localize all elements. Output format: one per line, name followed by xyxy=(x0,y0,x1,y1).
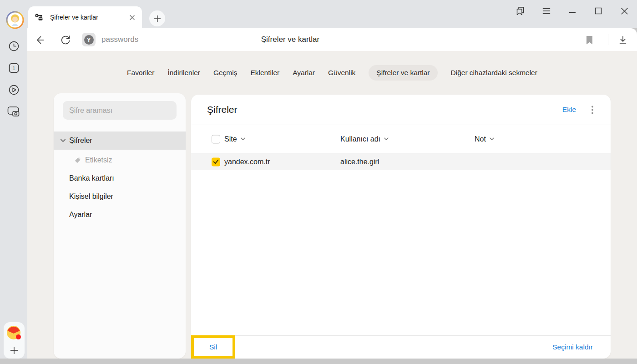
row-site: yandex.com.tr xyxy=(224,158,270,166)
sidebar-item-etiketsiz[interactable]: Etiketsiz xyxy=(54,151,186,169)
column-note-label: Not xyxy=(475,135,486,143)
row-checkbox-checked[interactable] xyxy=(212,157,220,166)
checkmark-icon xyxy=(212,159,219,165)
tab-strip: Şifreler ve kartlar xyxy=(27,0,637,28)
yandex-favicon: Y xyxy=(84,35,94,45)
nav-tab-sifreler-ve-kartlar[interactable]: Şifreler ve kartlar xyxy=(369,65,437,81)
yandex-logo[interactable] xyxy=(6,325,22,341)
nav-tab-favoriler[interactable]: Favoriler xyxy=(127,69,154,77)
sidebar-item-sifreler[interactable]: Şifreler xyxy=(54,131,186,150)
window-bottom-edge xyxy=(0,359,637,364)
bookmark-icon[interactable] xyxy=(583,34,595,46)
sort-chevron-icon xyxy=(384,137,389,141)
column-username[interactable]: Kullanıcı adı xyxy=(340,135,389,143)
column-note[interactable]: Not xyxy=(475,135,494,143)
site-favicon-badge: Y xyxy=(82,33,96,46)
rail-bottom-dock xyxy=(4,322,25,359)
sidebar-item-banka-kartlari[interactable]: Banka kartları xyxy=(54,169,186,187)
refresh-icon[interactable] xyxy=(60,34,71,46)
browser-window: 1 xyxy=(0,0,637,364)
sidebar-item-label: Şifreler xyxy=(69,136,92,145)
sidebar-item-label: Kişisel bilgiler xyxy=(69,192,113,201)
nav-tab-ayarlar[interactable]: Ayarlar xyxy=(293,69,315,77)
passwords-panel: Şifreler Ekle Site Kullanıcı adı xyxy=(191,95,611,359)
column-username-label: Kullanıcı adı xyxy=(340,135,380,143)
tab-count-icon[interactable]: 1 xyxy=(7,61,20,75)
url-text[interactable]: passwords xyxy=(101,28,138,51)
sort-chevron-icon xyxy=(241,137,245,141)
table-header: Site Kullanıcı adı Not xyxy=(191,125,611,153)
password-row[interactable]: yandex.com.tr alice.the.girl xyxy=(191,153,611,170)
close-button[interactable] xyxy=(619,5,630,16)
tab-title: Şifreler ve kartlar xyxy=(50,14,127,21)
sidebar-item-label: Ayarlar xyxy=(69,211,92,219)
left-rail: 1 xyxy=(0,0,27,359)
history-icon[interactable] xyxy=(7,39,20,53)
passwords-key-icon xyxy=(35,13,43,21)
tab-close-icon[interactable] xyxy=(127,13,136,22)
nav-tab-indirilenler[interactable]: İndirilenler xyxy=(167,69,200,77)
screenshot-icon[interactable] xyxy=(7,105,20,118)
passwords-sidebar: Şifreler Etiketsiz Banka kartları Kişise… xyxy=(54,93,186,359)
select-all-checkbox[interactable] xyxy=(212,135,220,143)
page-content: Favoriler İndirilenler Geçmiş Eklentiler… xyxy=(27,51,637,359)
window-controls xyxy=(515,0,630,22)
page-title: Şifreler ve kartlar xyxy=(261,28,319,51)
sidebar-tree: Şifreler Etiketsiz Banka kartları Kişise… xyxy=(54,131,186,224)
sort-chevron-icon xyxy=(490,137,494,141)
new-tab-button[interactable] xyxy=(149,10,165,26)
panel-header: Şifreler Ekle xyxy=(191,95,611,125)
row-username: alice.the.girl xyxy=(340,158,379,166)
panel-footer: Sil Seçimi kaldır xyxy=(191,335,611,359)
browser-tab-passwords[interactable]: Şifreler ve kartlar xyxy=(28,6,142,28)
minimize-button[interactable] xyxy=(567,5,578,16)
address-bar: Y passwords Şifreler ve kartlar xyxy=(27,28,637,51)
column-site[interactable]: Site xyxy=(224,135,245,143)
more-options-icon[interactable] xyxy=(589,105,596,114)
chevron-down-icon xyxy=(61,139,66,142)
sidebar-item-label: Banka kartları xyxy=(69,174,114,182)
nav-tab-eklentiler[interactable]: Eklentiler xyxy=(250,69,279,77)
back-icon[interactable] xyxy=(34,34,46,46)
password-search-input[interactable] xyxy=(69,106,170,115)
sidebar-item-label: Etiketsiz xyxy=(85,156,112,164)
add-password-button[interactable]: Ekle xyxy=(562,106,576,114)
video-icon[interactable] xyxy=(7,83,20,96)
sidebar-item-kisisel-bilgiler[interactable]: Kişisel bilgiler xyxy=(54,187,186,206)
menu-icon[interactable] xyxy=(541,5,552,16)
password-search-box[interactable] xyxy=(63,101,177,120)
tag-icon xyxy=(74,157,81,164)
collections-icon[interactable] xyxy=(515,5,526,16)
download-icon[interactable] xyxy=(617,34,629,46)
clear-selection-button[interactable]: Seçimi kaldır xyxy=(552,343,593,351)
settings-nav: Favoriler İndirilenler Geçmiş Eklentiler… xyxy=(27,64,637,81)
nav-tab-diger-cihazlar[interactable]: Diğer cihazlardaki sekmeler xyxy=(451,69,537,77)
nav-tab-guvenlik[interactable]: Güvenlik xyxy=(328,69,355,77)
avatar[interactable] xyxy=(6,11,24,29)
tab-count-value: 1 xyxy=(12,65,15,71)
panel-title: Şifreler xyxy=(207,104,238,115)
avatar-art xyxy=(6,11,24,29)
nav-tab-gecmis[interactable]: Geçmiş xyxy=(213,69,238,77)
toolbar-divider xyxy=(608,34,608,45)
delete-button[interactable]: Sil xyxy=(209,343,217,351)
maximize-button[interactable] xyxy=(593,5,604,16)
sidebar-item-ayarlar[interactable]: Ayarlar xyxy=(54,206,186,224)
column-site-label: Site xyxy=(224,135,237,143)
rail-add-button[interactable] xyxy=(9,345,20,356)
